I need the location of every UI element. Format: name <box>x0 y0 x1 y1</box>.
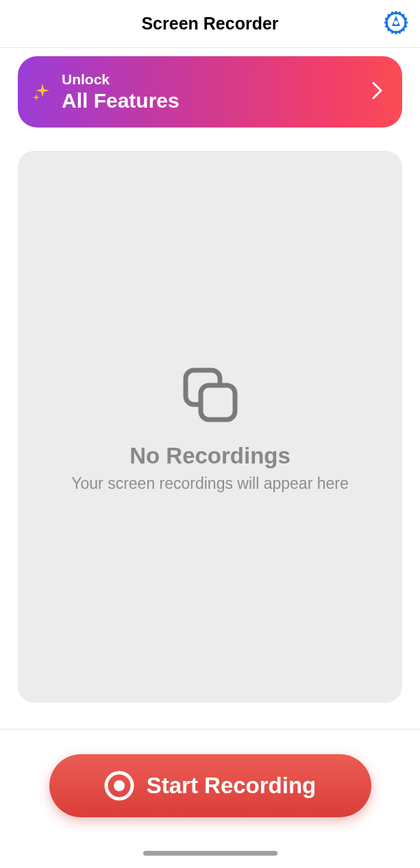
svg-line-16 <box>404 25 408 27</box>
svg-line-15 <box>404 19 408 20</box>
svg-line-10 <box>399 12 401 15</box>
empty-state-panel: No Recordings Your screen recordings wil… <box>18 151 402 703</box>
start-recording-button[interactable]: Start Recording <box>49 754 371 817</box>
svg-rect-19 <box>201 385 235 420</box>
unlock-label: Unlock <box>62 71 372 88</box>
svg-line-13 <box>385 19 388 20</box>
svg-point-21 <box>114 780 125 791</box>
settings-button[interactable] <box>382 10 410 38</box>
chevron-right-icon <box>372 82 383 102</box>
page-title: Screen Recorder <box>141 14 278 34</box>
copy-icon <box>176 361 245 432</box>
start-recording-label: Start Recording <box>147 773 317 799</box>
svg-line-11 <box>392 30 393 34</box>
unlock-title: All Features <box>62 89 372 112</box>
divider <box>0 729 420 730</box>
svg-line-9 <box>392 12 393 15</box>
record-icon <box>104 771 134 801</box>
sparkle-icon <box>32 82 51 101</box>
svg-point-17 <box>394 21 398 25</box>
svg-line-14 <box>385 25 388 27</box>
empty-state-subtitle: Your screen recordings will appear here <box>71 474 348 493</box>
header: Screen Recorder <box>0 0 420 48</box>
unlock-text: Unlock All Features <box>62 71 372 112</box>
svg-line-12 <box>399 30 401 34</box>
empty-state-title: No Recordings <box>129 443 291 469</box>
home-indicator[interactable] <box>143 851 277 856</box>
gear-icon <box>383 10 409 38</box>
unlock-features-banner[interactable]: Unlock All Features <box>18 56 402 128</box>
